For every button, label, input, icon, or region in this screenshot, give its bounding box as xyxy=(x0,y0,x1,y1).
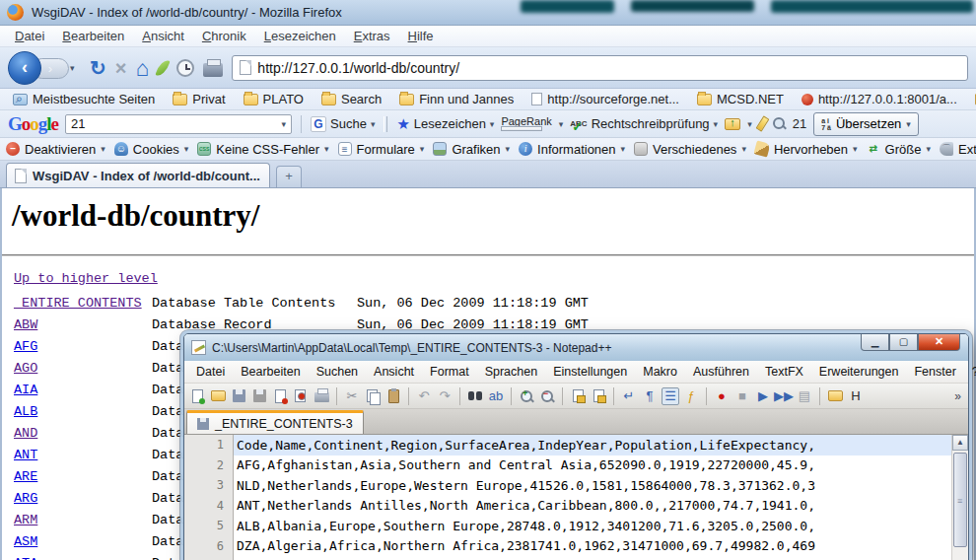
new-file-icon[interactable] xyxy=(188,387,206,405)
menu-item[interactable]: Format xyxy=(422,363,477,381)
entry-link[interactable]: AIA xyxy=(14,383,152,397)
chevron-down-icon[interactable]: ▾ xyxy=(621,144,626,154)
bookmark-item[interactable]: http://sourceforge.net... xyxy=(524,91,686,107)
find-icon[interactable] xyxy=(466,387,484,405)
chevron-down-icon[interactable]: ▾ xyxy=(714,119,719,129)
chevron-down-icon[interactable]: ▾ xyxy=(506,144,511,154)
menu-item[interactable]: TextFX xyxy=(757,363,811,381)
entry-link[interactable]: AND xyxy=(14,426,152,441)
entry-link[interactable]: ARE xyxy=(14,469,152,484)
firefox-titlebar[interactable]: WsgiDAV - Index of /world-db/country/ - … xyxy=(0,0,976,26)
google-search-value[interactable]: 21 xyxy=(71,116,281,131)
close-button[interactable]: ✕ xyxy=(918,334,960,351)
menu-item[interactable]: Datei xyxy=(6,27,53,45)
entry-link[interactable]: ALB xyxy=(14,404,152,419)
zoom-out-icon[interactable]: − xyxy=(538,387,556,405)
minimize-button[interactable]: ▁ xyxy=(861,334,889,351)
webdev-menu-button[interactable]: Extras ▾ xyxy=(940,142,976,157)
bookmark-item[interactable]: Finn und Jannes xyxy=(392,91,521,107)
bookmark-item[interactable]: Privat xyxy=(166,91,232,107)
cut-icon[interactable]: ✂ xyxy=(343,387,361,405)
history-clock-icon[interactable] xyxy=(176,59,194,77)
menu-item[interactable]: Chronik xyxy=(193,27,255,45)
find-magnifier-icon[interactable] xyxy=(773,117,786,130)
chevron-down-icon[interactable]: ▾ xyxy=(490,119,495,129)
chevron-down-icon[interactable]: ▾ xyxy=(906,119,911,129)
menu-item[interactable]: Lesezeichen xyxy=(255,27,345,45)
entry-link[interactable]: ABW xyxy=(14,317,152,332)
menu-item[interactable]: Einstellungen xyxy=(545,363,635,381)
doc-switcher-icon[interactable] xyxy=(826,387,844,405)
undo-icon[interactable]: ↶ xyxy=(415,387,433,405)
notepad-titlebar[interactable]: C:\Users\Martin\AppData\Local\Temp\_ENTI… xyxy=(184,334,968,361)
webdev-menu-button[interactable]: Deaktivieren ▾ xyxy=(6,142,105,157)
menu-item[interactable]: Suchen xyxy=(309,363,366,381)
replace-icon[interactable]: ab xyxy=(487,387,505,405)
menu-item[interactable]: Erweiterungen xyxy=(811,363,907,381)
webdev-menu-button[interactable]: Verschiedenes ▾ xyxy=(634,142,746,157)
entry-link[interactable]: AGO xyxy=(14,361,152,376)
entry-link[interactable]: AFG xyxy=(14,339,152,354)
notepad-editor[interactable]: 1Code,Name,Continent,Region,SurfaceArea,… xyxy=(184,435,968,560)
menu-item[interactable]: Extras xyxy=(345,27,399,45)
google-search-button[interactable]: G Suche ▾ xyxy=(311,116,375,132)
save-icon[interactable] xyxy=(230,387,247,405)
chevron-down-icon[interactable]: ▾ xyxy=(184,144,189,154)
menu-item[interactable]: Fenster xyxy=(906,363,963,381)
scroll-up-button[interactable]: ▲ xyxy=(952,435,968,451)
html-preview-icon[interactable]: H xyxy=(847,387,865,405)
up-to-higher-level-link[interactable]: Up to higher level xyxy=(14,271,158,286)
menu-item[interactable]: Ansicht xyxy=(366,363,422,381)
stop-macro-icon[interactable]: ■ xyxy=(733,387,751,405)
history-dropdown-icon[interactable]: ▾ xyxy=(70,63,75,73)
spellcheck-button[interactable]: ABC Rechtschreibprüfung ▾ xyxy=(570,116,718,131)
tab-entire-contents[interactable]: _ENTIRE_CONTENTS-3 xyxy=(186,410,364,434)
entry-link[interactable]: ATA xyxy=(14,556,152,560)
sync-horizontal-icon[interactable] xyxy=(590,387,607,405)
new-tab-button[interactable]: + xyxy=(276,166,302,187)
chevron-down-icon[interactable]: ▾ xyxy=(559,119,564,129)
chevron-down-icon[interactable]: ▾ xyxy=(741,144,746,154)
entry-link[interactable]: ARM xyxy=(14,513,152,527)
webdev-menu-button[interactable]: Cookies ▾ xyxy=(114,142,189,157)
chevron-down-icon[interactable]: ▾ xyxy=(324,144,329,154)
zoom-in-icon[interactable]: + xyxy=(518,387,535,405)
toolbar-overflow-icon[interactable]: » xyxy=(954,389,964,403)
webdev-menu-button[interactable]: Größe ▾ xyxy=(867,142,931,157)
menu-item[interactable]: Ausführen xyxy=(685,363,757,381)
pagerank-widget[interactable]: PageRank xyxy=(501,116,551,131)
record-macro-icon[interactable]: ● xyxy=(713,387,731,405)
chevron-down-icon[interactable]: ▾ xyxy=(926,144,931,154)
chevron-down-icon[interactable]: ▾ xyxy=(371,119,376,129)
bookmark-item[interactable]: Meistbesuchte Seiten xyxy=(6,91,162,107)
menu-item[interactable]: Hilfe xyxy=(399,27,443,45)
copy-icon[interactable] xyxy=(364,387,382,405)
feedly-leaf-icon[interactable] xyxy=(156,57,171,77)
chevron-down-icon[interactable]: ▾ xyxy=(101,144,105,154)
menu-item[interactable]: Makro xyxy=(635,363,685,381)
sync-vertical-icon[interactable] xyxy=(569,387,587,405)
menu-item[interactable]: Sprachen xyxy=(477,363,546,381)
chevron-down-icon[interactable]: ▾ xyxy=(747,119,752,129)
translate-button[interactable]: a i 7 ä Übersetzen ▾ xyxy=(813,112,919,136)
chevron-down-icon[interactable]: ▾ xyxy=(420,144,425,154)
back-button[interactable]: ‹ xyxy=(8,51,41,85)
menu-item[interactable]: Bearbeiten xyxy=(53,27,133,45)
menu-item[interactable]: Ansicht xyxy=(133,27,193,45)
entry-link[interactable]: _ENTIRE_CONTENTS xyxy=(14,296,152,311)
webdev-menu-button[interactable]: Informationen ▾ xyxy=(519,142,625,157)
function-list-icon[interactable]: ƒ xyxy=(682,387,700,405)
url-bar[interactable]: http://127.0.0.1/world-db/country/ xyxy=(232,55,968,81)
menu-item[interactable]: ? xyxy=(964,363,976,381)
redo-icon[interactable]: ↷ xyxy=(436,387,453,405)
bookmark-item[interactable]: Search xyxy=(314,91,388,107)
print-icon[interactable] xyxy=(203,63,223,77)
scrollbar-thumb[interactable]: ≡ xyxy=(953,453,967,547)
print-icon[interactable] xyxy=(313,387,330,405)
reload-button[interactable]: ↻ xyxy=(90,58,106,78)
save-macro-icon[interactable]: ▤ xyxy=(796,387,813,405)
paste-icon[interactable] xyxy=(384,387,402,405)
vertical-scrollbar[interactable]: ▲ ≡ xyxy=(951,435,968,560)
search-dropdown-icon[interactable]: ▾ xyxy=(281,119,286,129)
bookmark-item[interactable]: http://127.0.0.1:8001/a... xyxy=(795,91,964,107)
